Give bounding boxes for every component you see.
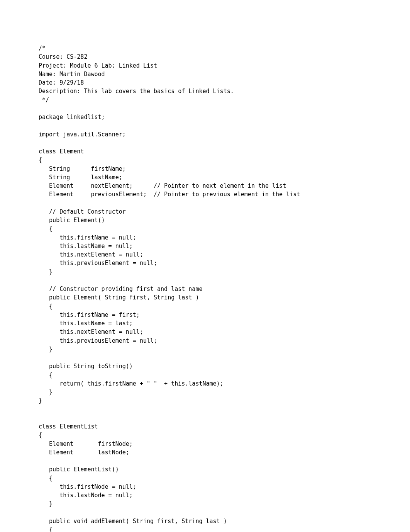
code-block: /* Course: CS-282 Project: Module 6 Lab:… (39, 45, 300, 532)
document-page: /* Course: CS-282 Project: Module 6 Lab:… (0, 0, 410, 532)
